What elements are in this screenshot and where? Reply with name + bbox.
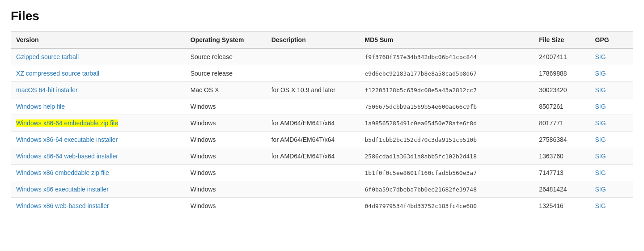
md5-cell: b5df1cbb2bc152cd70c3da9151cb510b [360,132,534,148]
description-cell: for OS X 10.9 and later [266,82,360,98]
gpg-cell: SIG [590,82,633,98]
size-cell: 30023420 [534,82,589,98]
os-cell: Windows [185,132,266,148]
description-cell: for AMD64/EM64T/x64 [266,115,360,132]
version-cell: Windows x86 embeddable zip file [11,165,185,181]
os-cell: Windows [185,148,266,165]
gpg-cell: SIG [590,65,633,82]
table-row: Gzipped source tarballSource releasef9f3… [11,48,633,65]
col-header-size: File Size [534,32,589,49]
version-link[interactable]: Windows x86-64 executable installer [16,136,118,143]
table-row: macOS 64-bit installerMac OS Xfor OS X 1… [11,82,633,98]
version-link[interactable]: Windows x86-64 web-based installer [16,153,118,160]
description-cell [266,165,360,181]
table-row: Windows x86-64 web-based installerWindow… [11,148,633,165]
description-cell: for AMD64/EM64T/x64 [266,132,360,148]
sig-link[interactable]: SIG [595,153,606,160]
md5-cell: f12203128b5c639dc08e5a43a2812cc7 [360,82,534,98]
os-cell: Windows [185,98,266,115]
version-cell: Windows x86-64 embeddable zip file [11,115,185,132]
version-cell: XZ compressed source tarball [11,65,185,82]
col-header-os: Operating System [185,32,266,49]
files-table: Version Operating System Description MD5… [11,31,633,214]
md5-cell: 1b1f0f0c5ee8601f160cfad5b560e3a7 [360,165,534,181]
md5-cell: 1a98565285491c0ea65450e78afe6f8d [360,115,534,132]
gpg-cell: SIG [590,115,633,132]
os-cell: Windows [185,165,266,181]
table-row: Windows x86-64 embeddable zip fileWindow… [11,115,633,132]
md5-cell: e9d6ebc92183a177b8e8a58cad5b8d67 [360,65,534,82]
sig-link[interactable]: SIG [595,103,606,110]
version-link[interactable]: Gzipped source tarball [16,53,79,60]
col-header-version: Version [11,32,185,49]
gpg-cell: SIG [590,181,633,198]
gpg-cell: SIG [590,132,633,148]
version-cell: Gzipped source tarball [11,48,185,65]
size-cell: 8507261 [534,98,589,115]
os-cell: Source release [185,48,266,65]
table-row: Windows x86 web-based installerWindows04… [11,198,633,214]
sig-link[interactable]: SIG [595,136,606,143]
size-cell: 7147713 [534,165,589,181]
md5-cell: 7506675dcbb9a1569b54e600ae66c9fb [360,98,534,115]
version-cell: macOS 64-bit installer [11,82,185,98]
version-link[interactable]: Windows x86 executable installer [16,186,109,193]
description-cell [266,65,360,82]
sig-link[interactable]: SIG [595,169,606,176]
md5-cell: 2586cdad1a363d1a8abb5fc102b2d418 [360,148,534,165]
gpg-cell: SIG [590,98,633,115]
table-header-row: Version Operating System Description MD5… [11,32,633,49]
description-cell [266,98,360,115]
size-cell: 27586384 [534,132,589,148]
os-cell: Windows [185,198,266,214]
col-header-description: Description [266,32,360,49]
size-cell: 1325416 [534,198,589,214]
version-link[interactable]: Windows help file [16,103,65,110]
table-row: XZ compressed source tarballSource relea… [11,65,633,82]
description-cell: for AMD64/EM64T/x64 [266,148,360,165]
os-cell: Mac OS X [185,82,266,98]
description-cell [266,181,360,198]
table-row: Windows x86 executable installerWindows6… [11,181,633,198]
size-cell: 24007411 [534,48,589,65]
os-cell: Source release [185,65,266,82]
size-cell: 8017771 [534,115,589,132]
sig-link[interactable]: SIG [595,86,606,94]
size-cell: 1363760 [534,148,589,165]
table-row: Windows help fileWindows7506675dcbb9a156… [11,98,633,115]
sig-link[interactable]: SIG [595,53,606,60]
version-cell: Windows help file [11,98,185,115]
sig-link[interactable]: SIG [595,119,606,127]
col-header-gpg: GPG [590,32,633,49]
gpg-cell: SIG [590,198,633,214]
size-cell: 26481424 [534,181,589,198]
version-link[interactable]: Windows x86 embeddable zip file [16,169,109,176]
sig-link[interactable]: SIG [595,186,606,193]
os-cell: Windows [185,115,266,132]
version-cell: Windows x86 executable installer [11,181,185,198]
version-link[interactable]: Windows x86-64 embeddable zip file [16,119,118,127]
os-cell: Windows [185,181,266,198]
table-row: Windows x86 embeddable zip fileWindows1b… [11,165,633,181]
gpg-cell: SIG [590,165,633,181]
version-link[interactable]: macOS 64-bit installer [16,86,78,94]
version-link[interactable]: Windows x86 web-based installer [16,202,109,209]
version-cell: Windows x86-64 web-based installer [11,148,185,165]
version-link[interactable]: XZ compressed source tarball [16,70,99,77]
gpg-cell: SIG [590,48,633,65]
description-cell [266,198,360,214]
description-cell [266,48,360,65]
gpg-cell: SIG [590,148,633,165]
md5-cell: 04d97979534f4bd33752c183fc4ce680 [360,198,534,214]
size-cell: 17869888 [534,65,589,82]
md5-cell: 6f0ba59c7dbeba7bb0ee21682fe39748 [360,181,534,198]
page-title: Files [11,9,633,23]
sig-link[interactable]: SIG [595,202,606,209]
md5-cell: f9f3768f757e34b342dbc06b41cbc844 [360,48,534,65]
table-row: Windows x86-64 executable installerWindo… [11,132,633,148]
version-cell: Windows x86 web-based installer [11,198,185,214]
version-cell: Windows x86-64 executable installer [11,132,185,148]
col-header-md5: MD5 Sum [360,32,534,49]
sig-link[interactable]: SIG [595,70,606,77]
